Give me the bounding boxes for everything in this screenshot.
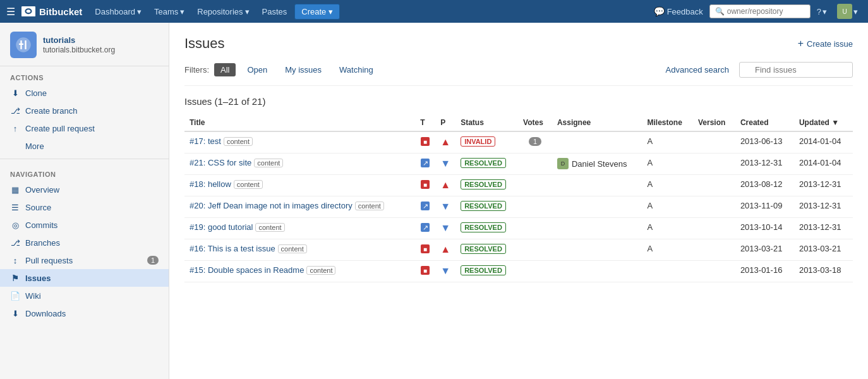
bitbucket-icon [21,4,35,18]
sidebar-item-pull-requests[interactable]: ↕ Pull requests 1 [0,251,169,269]
sidebar-item-label: Branches [25,238,60,248]
issue-priority-cell: ▼ [435,218,455,239]
filter-tab-all[interactable]: All [214,63,236,76]
issue-votes-cell [518,196,552,218]
issue-priority-cell: ▲ [435,175,455,196]
issue-updated-cell: 2013-03-18 [794,261,853,282]
type-icon: ■ [420,139,430,148]
issue-priority-cell: ▲ [435,131,455,153]
hamburger-icon[interactable]: ☰ [6,6,15,18]
issue-status-cell: RESOLVED [455,196,518,218]
issue-tag: content [234,180,263,189]
issue-assignee-cell [552,218,642,239]
nav-dashboard[interactable]: Dashboard ▾ [90,4,147,19]
branches-icon: ⎇ [10,238,20,248]
table-row: #19: good tutorialcontent↗▼RESOLVEDA2013… [184,218,853,239]
col-updated[interactable]: Updated ▼ [794,114,853,131]
issue-title-link[interactable]: #15: Double spaces in Readme [190,265,304,275]
sidebar-item-overview[interactable]: ▦ Overview [0,181,169,198]
priority-icon: ▲ [440,244,450,255]
issue-assignee-cell [552,175,642,196]
assignee-avatar: D [557,158,569,169]
create-button[interactable]: Create ▾ [294,4,340,20]
topnav: ☰ Bitbucket Dashboard ▾ Teams ▾ Reposito… [0,0,868,23]
sidebar-item-label: Commits [25,220,57,230]
filter-tab-my-issues[interactable]: My issues [279,63,328,76]
find-issues-wrap: 🔍 [739,62,853,78]
sidebar-item-wiki[interactable]: 📄 Wiki [0,287,169,304]
issue-title-link[interactable]: #18: hellow [190,179,231,189]
filter-tab-open[interactable]: Open [241,63,274,76]
issue-version-cell [693,239,735,261]
issue-tag: content [254,159,283,167]
issue-updated-cell: 2013-03-21 [794,239,853,261]
sidebar-item-issues[interactable]: ⚑ Issues [0,269,169,287]
create-issue-button[interactable]: + Create issue [798,38,853,49]
sidebar-item-commits[interactable]: ◎ Commits [0,216,169,234]
col-created: Created [735,114,794,131]
sidebar-item-more[interactable]: More [0,137,169,155]
branch-icon: ⎇ [10,105,20,116]
find-issues-input[interactable] [739,62,853,78]
help-button[interactable]: ? ▾ [813,4,831,19]
pr-icon: ↑ [10,123,20,133]
priority-icon: ▲ [440,179,450,190]
nav-repositories[interactable]: Repositories ▾ [192,4,254,19]
issue-title-link[interactable]: #21: CSS for site [190,158,251,167]
svg-text:■: ■ [423,267,427,274]
table-row: #15: Double spaces in Readmecontent■▼RES… [184,261,853,282]
issue-title-cell: #17: testcontent [184,131,415,153]
issue-assignee-cell [552,239,642,261]
brand-name: Bitbucket [39,6,82,17]
sidebar-item-label: Issues [25,274,51,283]
issue-title-link[interactable]: #16: This is a test issue [190,244,275,253]
sidebar-item-downloads[interactable]: ⬇ Downloads [0,304,169,322]
issue-milestone-cell: A [642,131,693,153]
issue-tag: content [278,244,307,253]
issue-type-cell: ■ [415,239,435,261]
search-box[interactable]: 🔍 [709,4,811,18]
pullrequests-icon: ↕ [10,255,20,265]
issue-title-link[interactable]: #17: test [190,136,221,146]
sidebar-item-create-pr[interactable]: ↑ Create pull request [0,119,169,137]
advanced-search-link[interactable]: Advanced search [666,65,729,75]
sidebar-item-label: Create pull request [25,124,95,133]
issue-tag: content [355,202,384,210]
sidebar-item-label: Wiki [25,291,41,301]
priority-icon: ▼ [440,222,450,233]
table-header: Title T P Status Votes Assignee Mileston… [184,114,853,131]
feedback-button[interactable]: 💬 Feedback [650,4,707,19]
issue-priority-cell: ▼ [435,153,455,175]
issue-tag: content [306,266,335,275]
search-input[interactable] [727,7,803,16]
issue-title-link[interactable]: #20: Jeff Dean image not in images direc… [190,201,353,210]
avatar: U [837,4,852,19]
user-avatar-button[interactable]: U ▾ [833,1,862,21]
sidebar-item-create-branch[interactable]: ⎇ Create branch [0,102,169,119]
issue-type-cell: ↗ [415,218,435,239]
filter-tab-watching[interactable]: Watching [333,63,380,76]
issue-title-cell: #20: Jeff Dean image not in images direc… [184,196,415,218]
sidebar-item-clone[interactable]: ⬇ Clone [0,84,169,102]
priority-icon: ▼ [440,201,450,212]
wiki-icon: 📄 [10,291,20,301]
nav-teams[interactable]: Teams ▾ [149,4,190,19]
issue-version-cell [693,218,735,239]
sidebar-item-branches[interactable]: ⎇ Branches [0,234,169,251]
type-icon: ↗ [420,203,430,213]
sidebar-item-source[interactable]: ☰ Source [0,198,169,216]
help-icon: ? [817,7,821,16]
issue-created-cell: 2013-06-13 [735,131,794,153]
status-badge: RESOLVED [461,179,506,190]
issue-title-link[interactable]: #19: good tutorial [190,222,253,232]
status-badge: RESOLVED [461,158,506,168]
svg-text:↗: ↗ [423,224,428,231]
brand-logo[interactable]: Bitbucket [21,4,82,18]
table-row: #21: CSS for sitecontent↗▼RESOLVEDDDanie… [184,153,853,175]
issue-votes-cell [518,153,552,175]
repo-name-link[interactable]: tutorials [43,35,75,45]
issue-milestone-cell [642,261,693,282]
filters-bar: Filters: All Open My issues Watching Adv… [184,62,853,86]
svg-text:■: ■ [423,246,427,253]
nav-pastes[interactable]: Pastes [257,4,292,19]
